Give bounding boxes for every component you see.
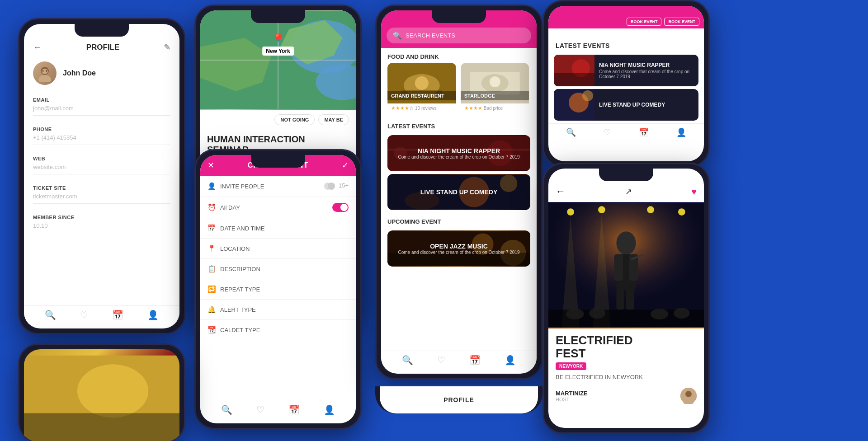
- field-email: EMAIL john@mail.com: [24, 92, 179, 121]
- ticket-site-value: ticketmaster.com: [33, 193, 170, 204]
- event-card-2-name: LIVE STAND UP COMEDY: [420, 188, 498, 196]
- field-member-since: MEMBER SINCE 10.10: [24, 209, 179, 239]
- svg-point-65: [77, 364, 148, 418]
- field-phone: PHONE +1 (414) 415354: [24, 121, 179, 150]
- repeat-type-field[interactable]: 🔁 REPEAT TYPE: [200, 279, 356, 300]
- date-time-field[interactable]: 📅 DATE AND TIME: [200, 218, 356, 239]
- latest-card-2-title: LIVE STAND UP COMEDY: [599, 102, 665, 108]
- notch-profile: [75, 24, 129, 37]
- event-card-3-name: OPEN JAZZ MUSIC: [430, 243, 488, 250]
- profile-bottom-image: [24, 349, 179, 441]
- notch-create: [251, 155, 305, 168]
- latest-card-1[interactable]: NIA NIGHT MUSIC RAPPER Come and discover…: [554, 55, 698, 86]
- event-card-3[interactable]: OPEN JAZZ MUSIC Come and discover the cr…: [387, 230, 530, 267]
- book-event-btn-1[interactable]: BOOK EVENT: [627, 18, 662, 26]
- alert-type-icon: 🔔: [208, 305, 220, 314]
- close-icon[interactable]: ✕: [208, 160, 214, 170]
- map-location-label: New York: [262, 47, 294, 56]
- latest-card-1-image: [554, 55, 594, 86]
- repeat-type-label: REPEAT TYPE: [220, 286, 260, 293]
- food-card-1[interactable]: GRAND RESTAURENT ★★★★☆ 10 reviews: [387, 63, 456, 113]
- invite-people-label: INVITE PEOPLE: [220, 183, 264, 190]
- alert-type-label: ALERT TYPE: [220, 306, 256, 313]
- map-pin-icon: 📍: [270, 33, 286, 48]
- all-day-field[interactable]: ⏰ All DAY: [200, 197, 356, 218]
- svg-point-44: [598, 206, 605, 213]
- event-card-2[interactable]: LIVE STAND UP COMEDY: [387, 174, 530, 210]
- invite-people-value: 15+: [324, 182, 349, 191]
- back-performer-icon[interactable]: ←: [556, 186, 566, 197]
- edit-icon[interactable]: ✎: [164, 42, 170, 52]
- svg-point-58: [589, 308, 605, 319]
- caldet-type-field[interactable]: 📆 CALDET TYPE: [200, 320, 356, 340]
- nav-heart-icon[interactable]: ♡: [80, 310, 88, 320]
- profile-title: PROFILE: [86, 43, 120, 52]
- svg-rect-37: [554, 73, 594, 86]
- nav-calendar-icon[interactable]: 📅: [112, 310, 123, 320]
- svg-point-14: [328, 183, 335, 190]
- rating-stars-2: ★★★★: [464, 105, 482, 111]
- nav-calendar-create-icon[interactable]: 📅: [288, 404, 300, 415]
- nav-search-events-icon[interactable]: 🔍: [402, 355, 413, 366]
- location-field[interactable]: 📍 LOCATION: [200, 239, 356, 259]
- back-arrow-icon[interactable]: ←: [33, 42, 42, 52]
- phone-performer: ← ↗ ♥: [542, 163, 710, 434]
- event-card-1-overlay: NIA NIGHT MUSIC RAPPER Come and discover…: [387, 135, 530, 171]
- svg-point-57: [566, 309, 584, 319]
- svg-point-17: [415, 76, 429, 90]
- all-day-toggle[interactable]: [332, 203, 349, 212]
- svg-point-60: [674, 308, 689, 319]
- all-day-icon: ⏰: [208, 203, 220, 211]
- notch-performer: [599, 169, 653, 181]
- search-input-container[interactable]: 🔍 SEARCH EVENTS: [387, 28, 531, 43]
- date-time-label: DATE AND TIME: [220, 225, 264, 232]
- member-since-value: 10.10: [33, 222, 170, 233]
- web-value: website.com: [33, 164, 170, 174]
- event-card-1-name: NIA NIGHT MUSIC RAPPER: [418, 147, 500, 155]
- description-label: DESCRIPTION: [220, 266, 260, 272]
- rsvp-maybe-button[interactable]: MAY BE: [318, 114, 349, 125]
- food-card-2[interactable]: STARLODGE ★★★★ Bad price: [461, 63, 529, 113]
- invite-people-icon: 👤: [208, 182, 220, 190]
- caldet-type-icon: 📆: [208, 326, 220, 334]
- svg-rect-66: [24, 413, 179, 441]
- rsvp-not-going-button[interactable]: NOT GOING: [274, 114, 315, 125]
- host-name: MARTINIZE: [556, 390, 588, 397]
- nav-profile-events2-icon[interactable]: 👤: [676, 127, 686, 137]
- nav-search-events2-icon[interactable]: 🔍: [566, 127, 576, 137]
- nav-search-icon[interactable]: 🔍: [45, 310, 56, 320]
- description-field[interactable]: 📋 DESCRIPTION: [200, 259, 356, 279]
- latest-events-title: LATEST EVENTS: [548, 28, 704, 52]
- performer-description: BE ELECTRIFIED IN NEWYORK: [548, 370, 704, 384]
- latest-card-2-image: [554, 89, 594, 121]
- event-card-1[interactable]: NIA NIGHT MUSIC RAPPER Come and discover…: [387, 135, 530, 171]
- location-tag: NEWYORK: [556, 362, 586, 370]
- nav-profile-icon[interactable]: 👤: [147, 310, 159, 320]
- nav-calendar-events2-icon[interactable]: 📅: [639, 127, 649, 137]
- profile-bar-label: PROFILE: [443, 396, 474, 403]
- description-icon: 📋: [208, 265, 220, 273]
- events-bottom-partial: PROFILE: [375, 386, 542, 413]
- confirm-icon[interactable]: ✓: [342, 160, 349, 170]
- invite-people-field[interactable]: 👤 INVITE PEOPLE 15+: [200, 176, 356, 197]
- share-performer-icon[interactable]: ↗: [625, 187, 632, 197]
- nav-profile-events-icon[interactable]: 👤: [505, 355, 516, 366]
- performer-title: ELECTRIFIEDFEST: [548, 328, 704, 361]
- nav-calendar-events-icon[interactable]: 📅: [469, 355, 481, 366]
- nav-heart-events-icon[interactable]: ♡: [437, 355, 445, 366]
- alert-type-field[interactable]: 🔔 ALERT TYPE: [200, 300, 356, 320]
- nav-profile-create-icon[interactable]: 👤: [324, 404, 335, 415]
- nav-heart-create-icon[interactable]: ♡: [256, 404, 264, 415]
- book-event-btn-2[interactable]: BOOK EVENT: [664, 18, 699, 26]
- nav-search-create-icon[interactable]: 🔍: [221, 404, 232, 415]
- svg-point-43: [567, 208, 574, 216]
- bottom-nav-events: 🔍 ♡ 📅 👤: [381, 351, 537, 369]
- latest-card-2[interactable]: LIVE STAND UP COMEDY: [554, 89, 698, 121]
- heart-performer-icon[interactable]: ♥: [691, 187, 697, 197]
- bottom-nav-events2: 🔍 ♡ 📅 👤: [548, 123, 704, 141]
- upcoming-event-section-title: UPCOMING EVENT: [381, 213, 537, 228]
- event-card-3-desc: Come and discover the cream of the crop …: [393, 250, 524, 255]
- food-card-2-rating: ★★★★ Bad price: [461, 103, 529, 113]
- nav-heart-events2-icon[interactable]: ♡: [604, 127, 611, 137]
- phone-profile: ← PROFILE ✎ John Doe: [18, 18, 185, 334]
